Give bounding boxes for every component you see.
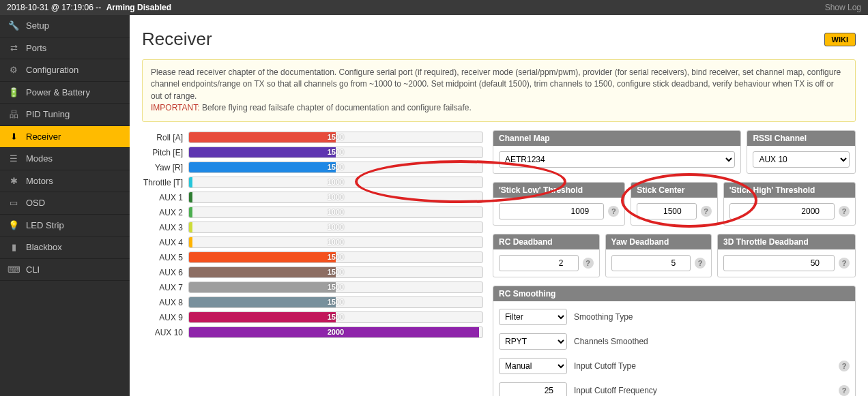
smoothing-input[interactable]: [499, 382, 567, 396]
sidebar-item-label: PID Tuning: [26, 109, 70, 119]
smoothing-select[interactable]: Filter: [499, 309, 567, 325]
channel-bar: 1000: [188, 207, 483, 218]
channel-row: Throttle [T]1000: [142, 175, 483, 190]
smoothing-select[interactable]: RPYT: [499, 333, 567, 350]
smoothing-select[interactable]: Manual: [499, 358, 567, 374]
channel-value: 1500: [189, 132, 482, 142]
channel-label: AUX 2: [142, 208, 188, 217]
channel-value: 1000: [189, 207, 482, 217]
top-bar: 2018-10-31 @ 17:19:06 -- Arming Disabled…: [0, 0, 868, 15]
nav-icon: ⬇: [7, 132, 20, 142]
main-content: Receiver WIKI Please read receiver chapt…: [130, 15, 868, 396]
sidebar-item-osd[interactable]: ▭OSD: [0, 192, 130, 215]
sidebar-item-configuration[interactable]: ⚙Configuration: [0, 59, 130, 82]
nav-icon: ▭: [7, 198, 20, 208]
channel-bar: 1500: [188, 266, 483, 278]
channel-label: AUX 4: [142, 238, 188, 247]
yaw-deadband-header: Yaw Deadband: [606, 234, 712, 249]
stick-high-input[interactable]: [729, 203, 835, 219]
channels-column: Roll [A]1500Pitch [E]1500Yaw [R]1500Thro…: [142, 130, 483, 396]
channel-bar: 1500: [188, 296, 483, 308]
channel-bar: 1000: [188, 192, 483, 203]
sidebar-item-setup[interactable]: 🔧Setup: [0, 15, 130, 37]
sidebar-item-modes[interactable]: ☰Modes: [0, 148, 130, 170]
sidebar-item-label: Power & Battery: [26, 87, 90, 97]
stick-low-input[interactable]: [499, 203, 604, 219]
nav-icon: 🔧: [7, 20, 20, 31]
channel-row: AUX 91500: [142, 310, 483, 325]
channel-row: AUX 41000: [142, 235, 483, 250]
stick-center-header: Stick Center: [631, 183, 717, 198]
help-icon[interactable]: ?: [701, 206, 712, 217]
channel-row: AUX 11000: [142, 190, 483, 205]
rssi-header: RSSI Channel: [747, 131, 855, 146]
channel-map-select[interactable]: AETR1234: [499, 151, 735, 168]
stick-center-input[interactable]: [637, 203, 696, 219]
channel-bar: 2000: [188, 326, 483, 338]
nav-icon: ☰: [7, 153, 20, 164]
timestamp: 2018-10-31 @ 17:19:06 --: [7, 3, 101, 12]
wiki-button[interactable]: WIKI: [824, 33, 856, 46]
help-icon[interactable]: ?: [583, 258, 594, 269]
sidebar-item-pid-tuning[interactable]: 品PID Tuning: [0, 104, 130, 126]
channel-label: AUX 5: [142, 253, 188, 262]
smoothing-row: ManualInput Cutoff Type?: [499, 356, 850, 376]
channel-bar: 1500: [188, 311, 483, 323]
stick-high-header: 'Stick High' Threshold: [724, 183, 855, 198]
show-log-link[interactable]: Show Log: [825, 3, 861, 12]
sidebar-item-label: Motors: [26, 176, 53, 186]
page-title: Receiver: [142, 29, 212, 50]
channel-row: AUX 51500: [142, 250, 483, 265]
sidebar-item-ports[interactable]: ⇄Ports: [0, 37, 130, 60]
channel-label: AUX 1: [142, 193, 188, 202]
smoothing-label: Smoothing Type: [574, 312, 850, 322]
help-icon[interactable]: ?: [839, 361, 850, 371]
sidebar-item-power-battery[interactable]: 🔋Power & Battery: [0, 82, 130, 104]
channel-label: AUX 6: [142, 268, 188, 277]
nav-icon: ⌨: [7, 264, 20, 275]
note-text: Please read receiver chapter of the docu…: [151, 67, 841, 101]
channel-label: Throttle [T]: [142, 178, 188, 187]
rc-deadband-input[interactable]: [499, 255, 579, 271]
nav-icon: 🔋: [7, 87, 20, 97]
sidebar-item-label: LED Strip: [26, 220, 64, 230]
help-icon[interactable]: ?: [608, 206, 619, 217]
sidebar-item-led-strip[interactable]: 💡LED Strip: [0, 215, 130, 237]
rc-smoothing-header: RC Smoothing: [493, 286, 855, 301]
important-text: Before flying read failsafe chapter of d…: [200, 103, 472, 112]
channel-label: AUX 8: [142, 298, 188, 307]
sidebar-item-label: Receiver: [26, 132, 61, 142]
channel-value: 1000: [189, 177, 482, 187]
rssi-select[interactable]: AUX 10: [753, 151, 850, 168]
channel-value: 1000: [189, 192, 482, 202]
nav-icon: ✱: [7, 176, 20, 186]
help-icon[interactable]: ?: [839, 385, 850, 396]
channel-row: Pitch [E]1500: [142, 145, 483, 160]
help-icon[interactable]: ?: [695, 258, 706, 269]
sidebar-item-label: Ports: [26, 43, 46, 53]
sidebar-item-label: CLI: [26, 264, 40, 275]
sidebar-item-label: Blackbox: [26, 242, 62, 252]
sidebar-item-label: OSD: [26, 198, 45, 208]
channel-value: 1000: [189, 222, 482, 232]
sidebar-item-cli[interactable]: ⌨CLI: [0, 259, 130, 281]
channel-bar: 1500: [188, 162, 483, 173]
important-label: IMPORTANT:: [151, 103, 200, 112]
rc-deadband-header: RC Deadband: [493, 234, 599, 249]
channel-bar: 1500: [188, 132, 483, 143]
channel-row: Yaw [R]1500: [142, 160, 483, 175]
smoothing-row: RPYTChannels Smoothed: [499, 331, 850, 352]
sidebar-item-receiver[interactable]: ⬇Receiver: [0, 126, 130, 149]
help-icon[interactable]: ?: [839, 206, 850, 217]
channel-label: AUX 7: [142, 283, 188, 292]
channel-bar: 1000: [188, 237, 483, 248]
sidebar-item-blackbox[interactable]: ▮Blackbox: [0, 237, 130, 259]
help-icon[interactable]: ?: [839, 258, 850, 269]
smoothing-label: Input Cutoff Type: [574, 361, 832, 371]
channel-label: AUX 9: [142, 313, 188, 322]
yaw-deadband-input[interactable]: [611, 255, 691, 271]
sidebar-item-motors[interactable]: ✱Motors: [0, 170, 130, 193]
3d-throttle-deadband-input[interactable]: [723, 255, 835, 271]
sidebar: 🔧Setup⇄Ports⚙Configuration🔋Power & Batte…: [0, 15, 130, 396]
channel-row: AUX 81500: [142, 295, 483, 310]
